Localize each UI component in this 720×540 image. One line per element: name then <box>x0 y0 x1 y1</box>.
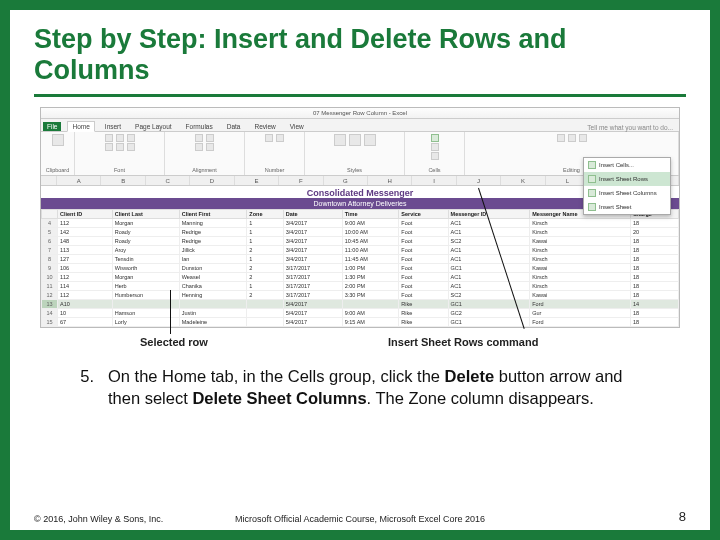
row-number[interactable]: 10 <box>42 273 58 282</box>
cell[interactable]: Kirsch <box>530 246 631 255</box>
cell[interactable]: 9:00 AM <box>342 219 399 228</box>
cell[interactable]: Aroy <box>112 246 179 255</box>
cell[interactable]: AC1 <box>448 246 530 255</box>
cell[interactable]: 2:00 PM <box>342 282 399 291</box>
cell[interactable]: Kawai <box>530 291 631 300</box>
cell[interactable]: Kirsch <box>530 228 631 237</box>
cell[interactable]: 1:30 PM <box>342 273 399 282</box>
cell[interactable]: Roady <box>112 228 179 237</box>
col-header[interactable]: A <box>57 176 101 185</box>
tab-view[interactable]: View <box>286 122 308 131</box>
cell[interactable]: 18 <box>630 219 678 228</box>
cell[interactable]: 1 <box>247 228 283 237</box>
bold-icon[interactable] <box>105 143 113 151</box>
table-row[interactable]: 12112HumbersonHenning23/17/20173:30 PMFo… <box>42 291 679 300</box>
cell[interactable]: 127 <box>58 255 113 264</box>
cell[interactable]: 5/4/2017 <box>283 309 342 318</box>
cell[interactable]: AC1 <box>448 282 530 291</box>
cell[interactable]: 3/17/2017 <box>283 291 342 300</box>
cell[interactable]: 11:00 AM <box>342 246 399 255</box>
row-number[interactable]: 5 <box>42 228 58 237</box>
cell[interactable]: Weasel <box>179 273 247 282</box>
cell[interactable]: Ford <box>530 300 631 309</box>
col-header[interactable]: E <box>235 176 279 185</box>
cell[interactable] <box>247 300 283 309</box>
cell[interactable]: 18 <box>630 237 678 246</box>
table-row[interactable]: 10112MorganWeasel23/17/20171:30 PMFootAC… <box>42 273 679 282</box>
tab-review[interactable]: Review <box>250 122 279 131</box>
cell[interactable]: Kirsch <box>530 219 631 228</box>
cell[interactable]: AC1 <box>448 273 530 282</box>
cell[interactable]: 112 <box>58 291 113 300</box>
col-header[interactable]: H <box>368 176 412 185</box>
cell[interactable]: 18 <box>630 255 678 264</box>
cell[interactable]: 9:00 AM <box>342 309 399 318</box>
cell[interactable]: 11:45 AM <box>342 255 399 264</box>
cell[interactable]: Kawai <box>530 237 631 246</box>
number-icon[interactable] <box>265 134 273 142</box>
delete-icon[interactable] <box>431 143 439 151</box>
cond-format-icon[interactable] <box>334 134 346 146</box>
row-number[interactable]: 14 <box>42 309 58 318</box>
cell[interactable]: 1 <box>247 255 283 264</box>
cell[interactable]: 9:15 AM <box>342 318 399 327</box>
cell[interactable]: Rike <box>399 309 448 318</box>
cell[interactable]: GC1 <box>448 318 530 327</box>
cell[interactable]: 18 <box>630 291 678 300</box>
color-icon[interactable] <box>127 143 135 151</box>
cell[interactable]: Foot <box>399 291 448 300</box>
cell[interactable]: 112 <box>58 219 113 228</box>
cell[interactable]: 3/4/2017 <box>283 237 342 246</box>
cell[interactable]: 5/4/2017 <box>283 300 342 309</box>
cell[interactable]: 3/17/2017 <box>283 264 342 273</box>
cell[interactable]: Wisworth <box>112 264 179 273</box>
row-number[interactable]: 13 <box>42 300 58 309</box>
cell[interactable]: Morgan <box>112 219 179 228</box>
table-icon[interactable] <box>349 134 361 146</box>
align2-icon[interactable] <box>195 143 203 151</box>
cell[interactable]: Manning <box>179 219 247 228</box>
cell[interactable]: Kirsch <box>530 255 631 264</box>
cell[interactable]: AC1 <box>448 255 530 264</box>
col-header[interactable]: C <box>146 176 190 185</box>
cell[interactable]: Foot <box>399 255 448 264</box>
tab-insert[interactable]: Insert <box>101 122 125 131</box>
fill-icon[interactable] <box>127 134 135 142</box>
col-header[interactable]: K <box>501 176 545 185</box>
cell[interactable]: GC1 <box>448 264 530 273</box>
cell[interactable]: 112 <box>58 273 113 282</box>
cell[interactable]: Jillick <box>179 246 247 255</box>
dd-insert-sheet-rows[interactable]: Insert Sheet Rows <box>584 172 670 186</box>
sort-icon[interactable] <box>568 134 576 142</box>
percent-icon[interactable] <box>276 134 284 142</box>
cell[interactable]: Ian <box>179 255 247 264</box>
table-row[interactable]: 9106WisworthDunston23/17/20171:00 PMFoot… <box>42 264 679 273</box>
cell[interactable]: 18 <box>630 309 678 318</box>
cell[interactable] <box>247 309 283 318</box>
cell[interactable]: 142 <box>58 228 113 237</box>
row-number[interactable]: 12 <box>42 291 58 300</box>
cell[interactable]: 10:45 AM <box>342 237 399 246</box>
cell[interactable]: 18 <box>630 264 678 273</box>
cell[interactable]: Gur <box>530 309 631 318</box>
cell[interactable]: 3/17/2017 <box>283 282 342 291</box>
cell[interactable]: Dunston <box>179 264 247 273</box>
tab-formulas[interactable]: Formulas <box>182 122 217 131</box>
cell[interactable]: Foot <box>399 219 448 228</box>
row-number[interactable]: 11 <box>42 282 58 291</box>
cell[interactable]: 18 <box>630 246 678 255</box>
row-number[interactable]: 7 <box>42 246 58 255</box>
cell[interactable]: 1 <box>247 237 283 246</box>
dd-insert-sheet-columns[interactable]: Insert Sheet Columns <box>584 186 670 200</box>
cell[interactable]: 106 <box>58 264 113 273</box>
insert-icon[interactable] <box>431 134 439 142</box>
cell[interactable]: 3/17/2017 <box>283 273 342 282</box>
tab-data[interactable]: Data <box>223 122 245 131</box>
cell[interactable]: Ford <box>530 318 631 327</box>
cell[interactable]: 5/4/2017 <box>283 318 342 327</box>
col-header[interactable]: D <box>190 176 234 185</box>
cell[interactable]: Tensdin <box>112 255 179 264</box>
cell[interactable]: 18 <box>630 318 678 327</box>
font-icon[interactable] <box>105 134 113 142</box>
cell[interactable]: Rike <box>399 318 448 327</box>
